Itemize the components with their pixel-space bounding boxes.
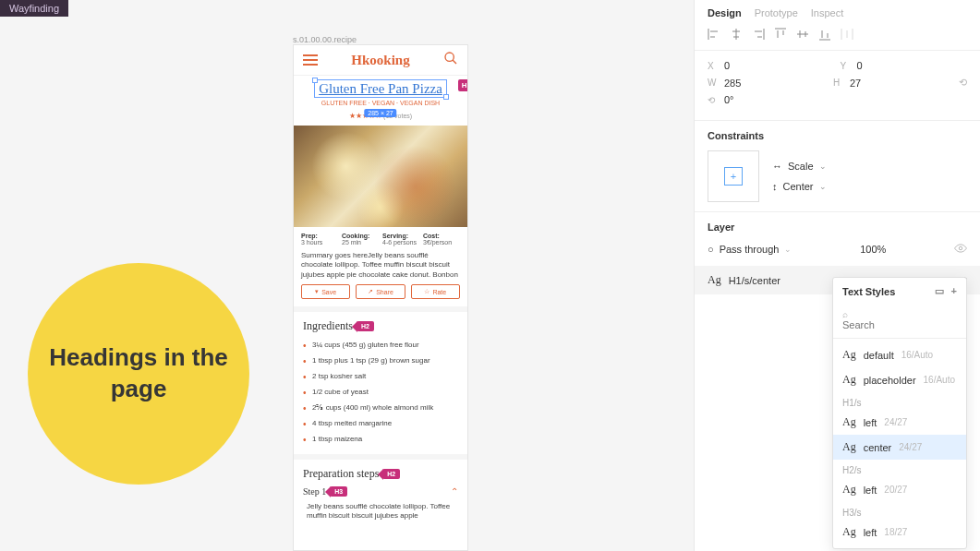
tab-design[interactable]: Design [708,7,742,18]
style-group: H2/s [833,460,966,477]
ingredients-section: Ingredients H2 3¼ cups (455 g) gluten fr… [294,312,467,454]
meta-cost: Cost:3€/person [423,233,460,246]
h1-badge: H1 [458,79,468,91]
library-icon[interactable]: ▭ [935,285,944,297]
align-left-icon[interactable] [708,28,720,41]
step-title: Step 1 [303,486,326,497]
tab-inspect[interactable]: Inspect [811,7,843,18]
opacity-input[interactable]: 100% [860,244,886,255]
style-item[interactable]: Agleft20/27 [833,477,966,502]
pos-x[interactable]: 0 [724,60,770,71]
prep-section: Preparation steps H2 Step 1 H3 ⌃ Jelly b… [294,460,467,529]
list-item: 2 tsp kosher salt [303,368,458,384]
recipe-title: Gluten Free Pan Pizza [319,81,442,96]
prep-title: Preparation steps [303,467,379,481]
style-item[interactable]: Agdefault16/Auto [833,342,966,367]
align-hcenter-icon[interactable] [730,28,743,41]
pos-w[interactable]: 285 [724,78,770,89]
align-top-icon[interactable] [774,28,787,41]
chevron-up-icon[interactable]: ⌃ [451,486,458,497]
step-row[interactable]: Step 1 H3 ⌃ [303,486,458,497]
h3-badge: H3 [330,486,347,497]
meta-cook: Cooking:25 min [342,233,379,246]
wayfinding-tag: Wayfinding [0,0,68,17]
list-item: 2⅔ cups (400 ml) whole almond milk [303,400,458,415]
save-button[interactable]: ▾ Save [301,284,350,299]
annotation-circle: Headings in the page [28,263,249,485]
mobile-artboard[interactable]: Hkooking Gluten Free Pan Pizza H1 GLUTEN… [293,44,468,551]
layer-title: Layer [708,222,967,233]
search-icon: ⌕ [842,309,848,319]
style-search-input[interactable] [842,319,957,330]
h2-badge: H2 [357,321,374,331]
style-group: H3/s [833,502,966,520]
style-search[interactable]: ⌕ [833,305,966,339]
ingredients-title: Ingredients [303,319,353,333]
style-group: H1/s [833,392,966,410]
h2-badge: H2 [382,469,400,479]
pos-h[interactable]: 27 [850,78,896,89]
layer-section: Layer ○ Pass through ⌄ 100% [695,212,980,267]
svg-line-1 [453,60,456,64]
pos-y[interactable]: 0 [857,60,903,71]
list-item: 1/2 cube of yeast [303,384,458,400]
style-item[interactable]: Agplaceholder16/Auto [833,367,966,392]
dimension-badge: 285 × 27 [364,109,396,117]
list-item: 1 tbsp plus 1 tsp (29 g) brown sugar [303,353,458,368]
distribute-icon[interactable] [841,28,853,41]
hamburger-icon[interactable] [303,54,318,66]
annotation-text: Headings in the page [28,342,249,405]
panel-tabs: Design Prototype Inspect [695,0,980,24]
recipe-tags: GLUTEN FREE · VEGAN · VEGAN DISH [303,100,458,106]
align-vcenter-icon[interactable] [796,28,809,41]
rate-button[interactable]: ☆ Rate [411,284,460,299]
meta-prep: Prep:3 hours [301,233,338,246]
link-dims-icon[interactable]: ⟲ [959,77,967,89]
list-item: 4 tbsp melted margarine [303,415,458,431]
dropdown-title: Text Styles [842,286,895,297]
blend-mode[interactable]: ○ Pass through ⌄ [708,244,792,255]
style-name: H1/s/center [729,275,780,286]
style-list: Agdefault16/Auto Agplaceholder16/Auto H1… [833,339,966,548]
artboard-label[interactable]: s.01.00.00.recipe [293,35,357,44]
mobile-header: Hkooking [294,45,467,76]
step-body: Jelly beans soufflé chocolate lollipop. … [303,497,458,521]
svg-point-2 [959,246,962,250]
action-row: ▾ Save ↗ Share ☆ Rate [294,281,467,306]
align-row [695,24,980,51]
style-item-selected[interactable]: Agcenter24/27 [833,435,966,460]
align-right-icon[interactable] [752,28,765,41]
list-item: 1 tbsp maizena [303,431,458,447]
align-bottom-icon[interactable] [818,28,831,41]
constraints-section: Constraints + ↔ Scale ⌄ ↕ Center ⌄ [695,121,980,212]
recipe-summary: Summary goes hereJelly beans soufflé cho… [294,251,467,281]
meta-row: Prep:3 hours Cooking:25 min Serving:4-6 … [294,227,467,251]
visibility-icon[interactable] [954,242,967,257]
style-item[interactable]: Agleft24/27 [833,410,966,435]
svg-point-0 [445,53,454,61]
position-section: X0 Y0 W285 H27 ⟲ ⟲0° [695,51,980,121]
ag-icon: Ag [708,273,721,287]
pos-rot[interactable]: 0° [724,94,770,105]
add-style-icon[interactable]: + [951,285,957,297]
hero-image [294,126,467,227]
brand-logo: Hkooking [351,53,409,68]
design-panel: Design Prototype Inspect X0 Y0 W285 H27 … [694,0,980,551]
constraint-v[interactable]: ↕ Center ⌄ [772,181,827,192]
text-styles-dropdown: Text Styles ▭ + ⌕ Agdefault16/Auto Agpla… [832,277,967,549]
constraints-title: Constraints [708,130,967,141]
search-icon[interactable] [443,51,458,69]
constraint-h[interactable]: ↔ Scale ⌄ [772,161,827,172]
style-item[interactable]: Agleft18/27 [833,520,966,545]
share-button[interactable]: ↗ Share [356,284,405,299]
list-item: 3¼ cups (455 g) gluten free flour [303,337,458,353]
recipe-header: Gluten Free Pan Pizza H1 GLUTEN FREE · V… [294,76,467,126]
meta-serving: Serving:4-6 persons [382,233,419,246]
constraint-widget[interactable]: + [708,150,759,202]
tab-prototype[interactable]: Prototype [755,7,798,18]
selected-element[interactable]: Gluten Free Pan Pizza [314,79,447,98]
ingredients-list: 3¼ cups (455 g) gluten free flour 1 tbsp… [303,337,458,447]
